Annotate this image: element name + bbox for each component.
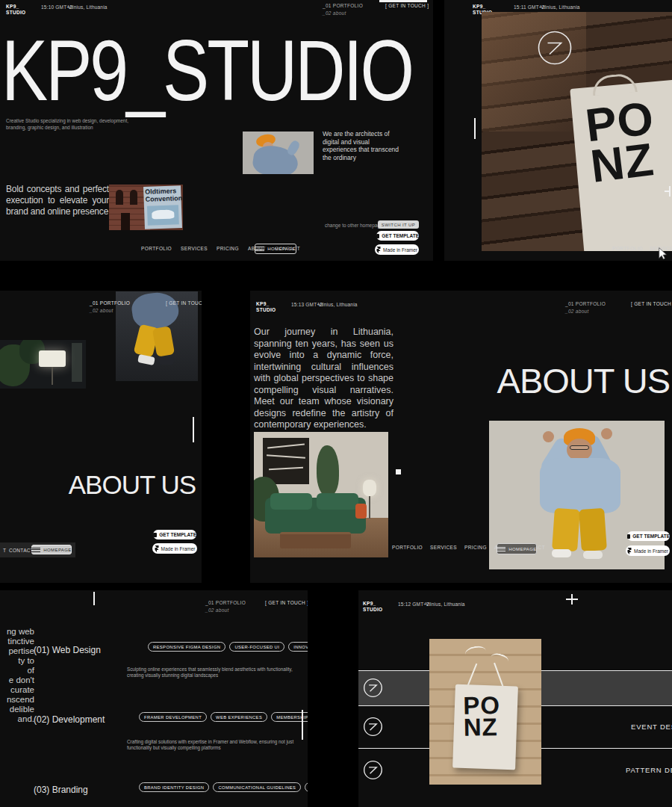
logo-line2: STUDIO	[363, 607, 382, 612]
canvas-scrollbar-fragment[interactable]	[379, 0, 427, 2]
floor-lamp	[363, 480, 376, 496]
nav-item-portfolio[interactable]: PORTFOLIO	[141, 246, 172, 251]
tote-bag-photo-small: PONZ	[429, 639, 541, 785]
homepage-menu-pill[interactable]: HOMEPAGE	[497, 543, 537, 554]
mouse-cursor-icon	[656, 247, 670, 261]
made-in-framer-label: Made in Framer	[161, 546, 196, 551]
get-template-button[interactable]: GET TEMPLATE	[153, 530, 196, 539]
portfolio-row-label: PATTERN DESIGN	[626, 766, 672, 774]
homepage-menu-pill[interactable]: HOMEPAGE	[255, 244, 296, 254]
get-template-label: GET TEMPLATE	[382, 233, 419, 238]
get-template-button[interactable]: GET TEMPLATE	[376, 231, 419, 241]
nav-portfolio-link[interactable]: _01 PORTFOLIO	[90, 300, 130, 306]
get-in-touch-link[interactable]: [ GET IN TOUCH ]	[631, 301, 672, 306]
site-logo[interactable]: KP9_STUDIO	[256, 301, 276, 312]
get-in-touch-link[interactable]: [ GET IN TOUCH ]	[385, 3, 429, 8]
hero-title-wrap: KP9_STUDIO	[1, 27, 433, 120]
made-in-framer-badge[interactable]: Made in Framer	[626, 545, 670, 556]
arch-window	[116, 190, 123, 205]
lamp-pole	[52, 367, 53, 385]
switch-it-up-button[interactable]: SWITCH IT UP	[378, 220, 419, 229]
chalk-doodle	[464, 645, 487, 661]
wall-art	[263, 438, 309, 484]
service-development-description: Crafting digital solutions with expertis…	[127, 739, 300, 751]
nav-about-link[interactable]: _02 about	[90, 308, 113, 313]
kp9-circle-logo-icon	[363, 678, 383, 698]
lamp-pole	[369, 496, 370, 519]
location-text: Vilnius, Lithuania	[68, 4, 108, 10]
canvas-scrollbar-line[interactable]	[302, 710, 303, 740]
tag-pill: WEB EXPERIENCES	[211, 712, 267, 722]
switch-caption: change to other homepage	[325, 223, 383, 228]
tag-pill: COMMUNICATIONAL GUIDELINES	[213, 782, 301, 792]
nav-item-services[interactable]: SERVICES	[181, 246, 208, 251]
couch-cushion	[317, 493, 358, 510]
nav-item-services[interactable]: SERVICES	[430, 545, 457, 550]
made-in-framer-label: Made in Framer	[383, 247, 417, 253]
bag-graffiti-text: PONZ	[583, 94, 672, 187]
footer-nav-bar: T CONTACT HOMEPAGE	[0, 542, 75, 557]
hand-shape	[543, 431, 554, 442]
nav-item-pricing[interactable]: PRICING	[217, 246, 239, 251]
get-in-touch-link[interactable]: [ GET IN TOUCH ]	[265, 600, 308, 605]
arch-window	[130, 190, 137, 205]
clipped-line: delible	[0, 705, 34, 714]
frame-about-partial: _01 PORTFOLIO _02 about [ GET IN TOUCH ]…	[0, 291, 202, 583]
statement-right: We are the architects of digital and vis…	[323, 130, 403, 161]
tag-pill: INNOVATIVE INTERACTIONS	[288, 642, 308, 652]
sneaker-shape	[159, 357, 174, 365]
get-in-touch-link[interactable]: [ GET IN TOUCH ]	[166, 300, 202, 306]
made-in-framer-badge[interactable]: Made in Framer	[375, 244, 419, 255]
clipped-line: ng web	[0, 627, 34, 637]
frame-services: _01 PORTFOLIO _02 about [ GET IN TOUCH ]…	[0, 590, 308, 807]
service-development-label[interactable]: (02) Development	[34, 714, 105, 725]
nav-about-link[interactable]: _02 about	[205, 607, 229, 613]
made-in-framer-badge[interactable]: Made in Framer	[152, 543, 197, 554]
site-logo[interactable]: KP9_STUDIO	[363, 601, 382, 612]
bag-text-line2: NZ	[463, 713, 498, 741]
service-web-design-label[interactable]: (01) Web Design	[34, 645, 101, 655]
sneaker-shape	[583, 551, 603, 559]
logo-line1: KP9_	[256, 301, 269, 306]
couch-cushion	[270, 493, 312, 510]
nav-item-contact[interactable]: CONTACT	[9, 548, 34, 553]
nav-item-portfolio[interactable]: PORTFOLIO	[612, 246, 643, 251]
service-branding-label[interactable]: (03) Branding	[34, 785, 88, 795]
framer-icon	[155, 545, 159, 552]
kp9-circle-logo-icon	[537, 30, 573, 66]
art-scribble	[267, 454, 305, 458]
service-branding-tags: BRAND IDENTITY DESIGN COMMUNICATIONAL GU…	[139, 782, 308, 792]
framer-icon	[627, 548, 632, 554]
homepage-label: HOMEPAGE	[43, 548, 71, 552]
nav-about-link[interactable]: _02 about	[565, 309, 589, 314]
hamburger-icon	[255, 247, 264, 251]
about-us-heading: ABOUT US	[69, 470, 196, 500]
canvas-resize-handle[interactable]	[396, 469, 401, 474]
made-in-framer-label: Made in Framer	[634, 548, 668, 554]
logo-line2: STUDIO	[6, 10, 25, 15]
nav-item-pricing[interactable]: PRICING	[464, 545, 487, 550]
nav-about-link[interactable]: _02 about	[323, 10, 346, 16]
interior-couch-photo	[254, 432, 388, 557]
homepage-label: HOMEPAGE	[508, 547, 536, 551]
framer-canvas: KP9_STUDIO 15:10 GMT+2 Vilnius, Lithuani…	[0, 0, 672, 807]
nav-portfolio-link[interactable]: _01 PORTFOLIO	[205, 600, 246, 605]
clipped-line: nscend	[0, 695, 34, 705]
about-paragraph: Our journey in Lithuania, spanning ten y…	[254, 327, 393, 431]
interior-photo-small	[0, 340, 86, 389]
site-logo[interactable]: KP9_STUDIO	[6, 4, 25, 15]
clipped-line: and.	[0, 714, 34, 724]
get-template-button[interactable]: GET TEMPLATE	[627, 531, 670, 541]
nav-portfolio-link[interactable]: _01 PORTFOLIO	[323, 3, 363, 8]
tag-pill: BRAND STRATEGY	[305, 782, 308, 792]
homepage-menu-pill[interactable]: HOMEPAGE	[31, 545, 72, 554]
lamp-shade	[39, 350, 66, 367]
tote-bag-photo-large: PONZ	[482, 12, 672, 251]
nav-portfolio-link[interactable]: _01 PORTFOLIO	[565, 301, 606, 306]
nav-item-portfolio[interactable]: PORTFOLIO	[392, 545, 423, 550]
clipped-line: curate	[0, 685, 34, 695]
portfolio-row-label: EVENT DESIGN	[631, 723, 672, 731]
blue-jacket	[540, 458, 620, 513]
yellow-pants-leg	[152, 326, 175, 357]
canvas-edge-marker-tick	[665, 191, 669, 192]
